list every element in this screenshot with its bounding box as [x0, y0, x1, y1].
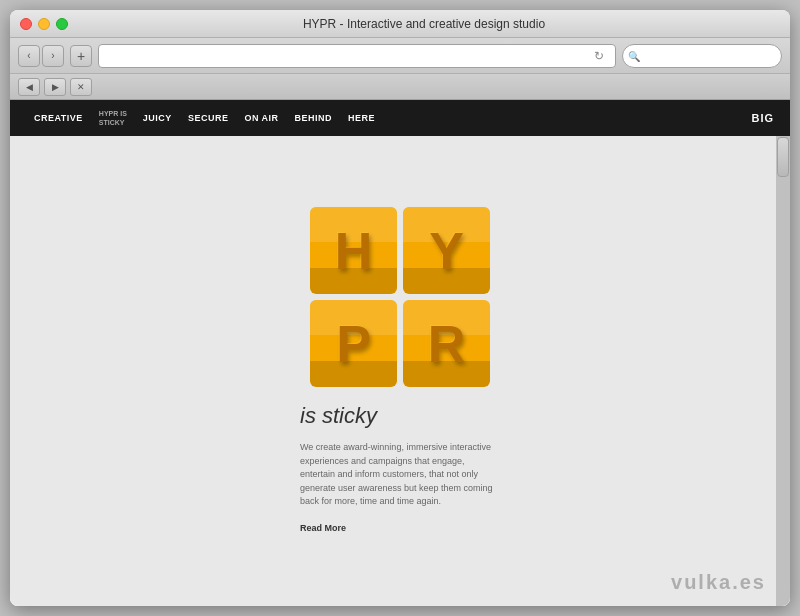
nav-item-creative[interactable]: CREATIVE [26, 113, 91, 124]
search-wrapper [622, 44, 782, 68]
minimize-button[interactable] [38, 18, 50, 30]
browser-toolbar: ‹ › + ↻ [10, 38, 790, 74]
nav-item-secure[interactable]: SECURE [180, 113, 237, 124]
scrollbar[interactable] [776, 136, 790, 606]
main-content: H Y P R is sticky [10, 136, 790, 606]
watermark: vulka.es [671, 571, 766, 594]
tagline: is sticky [300, 403, 500, 429]
read-more-link[interactable]: Read More [300, 523, 346, 533]
address-bar[interactable]: ↻ [98, 44, 616, 68]
close-button[interactable] [20, 18, 32, 30]
scrollbar-thumb[interactable] [777, 137, 789, 177]
maximize-button[interactable] [56, 18, 68, 30]
window-title: HYPR - Interactive and creative design s… [68, 17, 780, 31]
browser-window: HYPR - Interactive and creative design s… [10, 10, 790, 606]
nav-item-juicy[interactable]: JUICY [135, 113, 180, 124]
traffic-lights [20, 18, 68, 30]
nav-hypr-line1: HYPR IS [99, 109, 127, 118]
site-nav: CREATIVE HYPR IS STICKY JUICY SECURE ON … [10, 100, 790, 136]
forward-button[interactable]: › [42, 45, 64, 67]
site-content: CREATIVE HYPR IS STICKY JUICY SECURE ON … [10, 100, 790, 606]
secondary-toolbar: ◀ ▶ ✕ [10, 74, 790, 100]
logo-letter-y: Y [403, 207, 490, 294]
nav-right-label[interactable]: BIG [751, 112, 774, 124]
logo-letter-p: P [310, 300, 397, 387]
title-bar: HYPR - Interactive and creative design s… [10, 10, 790, 38]
nav-item-on-air[interactable]: ON AIR [236, 113, 286, 124]
nav-items: CREATIVE HYPR IS STICKY JUICY SECURE ON … [26, 109, 751, 127]
toolbar-btn-2[interactable]: ▶ [44, 78, 66, 96]
logo-container: H Y P R [310, 207, 490, 387]
nav-hypr-line2: STICKY [99, 118, 125, 127]
description: We create award-winning, immersive inter… [300, 441, 500, 509]
add-tab-button[interactable]: + [70, 45, 92, 67]
nav-item-hypr-is[interactable]: HYPR IS STICKY [91, 109, 135, 127]
watermark-text: vulka.es [671, 571, 766, 594]
toolbar-btn-1[interactable]: ◀ [18, 78, 40, 96]
back-button[interactable]: ‹ [18, 45, 40, 67]
toolbar-btn-3[interactable]: ✕ [70, 78, 92, 96]
content-wrapper: H Y P R is sticky [300, 207, 500, 535]
refresh-icon[interactable]: ↻ [591, 48, 607, 64]
logo-letter-r: R [403, 300, 490, 387]
logo-letter-h: H [310, 207, 397, 294]
nav-item-here[interactable]: HERE [340, 113, 383, 124]
nav-buttons: ‹ › [18, 45, 64, 67]
text-content: is sticky We create award-winning, immer… [300, 403, 500, 535]
search-input[interactable] [622, 44, 782, 68]
nav-item-behind[interactable]: BEHIND [287, 113, 341, 124]
logo-grid: H Y P R [310, 207, 490, 387]
